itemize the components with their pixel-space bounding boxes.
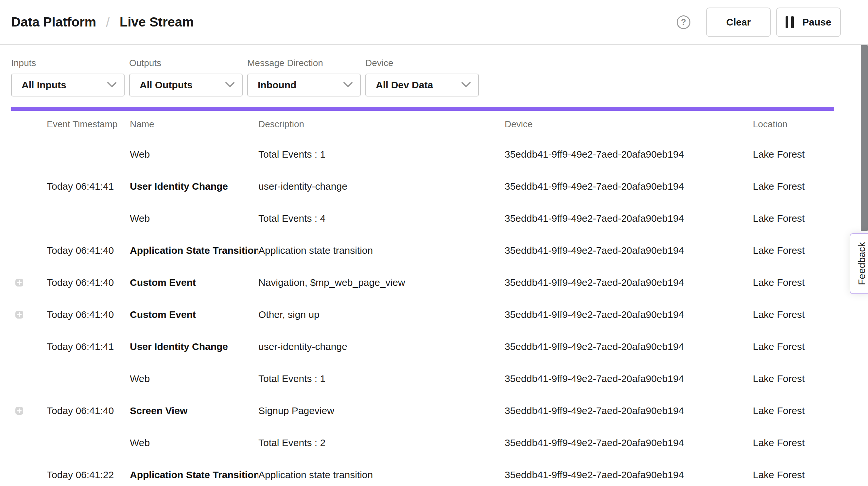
event-timestamp: Today 06:41:40 — [47, 277, 130, 288]
expand-button[interactable] — [16, 407, 23, 415]
expand-button[interactable] — [16, 311, 23, 318]
inputs-select-value: All Inputs — [22, 80, 66, 91]
event-device: 35eddb41-9ff9-49e2-7aed-20afa90eb194 — [505, 277, 753, 288]
event-timestamp: Today 06:41:40 — [47, 309, 130, 320]
event-location: Lake Forest — [753, 309, 841, 320]
header-actions: ? Clear Pause — [677, 7, 841, 37]
filter-inputs: Inputs All Inputs — [11, 58, 125, 96]
filter-label: Device — [365, 58, 479, 68]
table-header: Event Timestamp Name Description Device … — [12, 111, 841, 138]
feedback-tab[interactable]: Feedback — [850, 233, 868, 294]
pause-button[interactable]: Pause — [776, 7, 841, 37]
event-name: User Identity Change — [130, 341, 258, 352]
outputs-select-value: All Outputs — [140, 80, 193, 91]
event-timestamp: Today 06:41:22 — [47, 469, 130, 481]
table-row[interactable]: Today 06:41:41 User Identity Change user… — [12, 331, 841, 363]
event-name: Application State Transition — [130, 245, 258, 256]
event-timestamp: Today 06:41:41 — [47, 181, 130, 192]
filter-label: Inputs — [11, 58, 125, 68]
plus-icon — [16, 407, 23, 415]
chevron-down-icon — [343, 82, 353, 88]
app-header: Data Platform / Live Stream ? Clear Paus… — [0, 0, 868, 45]
event-device: 35eddb41-9ff9-49e2-7aed-20afa90eb194 — [505, 181, 753, 192]
event-location: Lake Forest — [753, 149, 841, 160]
event-description: Total Events : 2 — [258, 437, 505, 448]
breadcrumb-separator: / — [106, 14, 110, 30]
filter-device: Device All Dev Data — [365, 58, 479, 96]
event-description: user-identity-change — [258, 341, 505, 352]
column-name: Name — [130, 119, 258, 129]
event-description: Total Events : 4 — [258, 213, 505, 224]
event-description: Application state transition — [258, 245, 505, 256]
clear-button[interactable]: Clear — [706, 7, 771, 37]
event-device: 35eddb41-9ff9-49e2-7aed-20afa90eb194 — [505, 309, 753, 320]
help-glyph: ? — [681, 17, 686, 27]
event-device: 35eddb41-9ff9-49e2-7aed-20afa90eb194 — [505, 437, 753, 448]
clear-button-label: Clear — [726, 17, 751, 28]
event-timestamp: Today 06:41:41 — [47, 341, 130, 352]
accent-bar — [11, 107, 834, 111]
column-location: Location — [753, 119, 841, 129]
event-location: Lake Forest — [753, 437, 841, 448]
event-name: User Identity Change — [130, 181, 258, 192]
event-description: Signup Pageview — [258, 405, 505, 416]
event-name: Screen View — [130, 405, 258, 416]
event-location: Lake Forest — [753, 213, 841, 224]
event-name: Web — [130, 373, 258, 384]
table-row[interactable]: Today 06:41:40 Custom Event Other, sign … — [12, 299, 841, 331]
expand-button[interactable] — [16, 279, 23, 286]
filter-label: Outputs — [129, 58, 243, 68]
event-name: Custom Event — [130, 309, 258, 320]
event-device: 35eddb41-9ff9-49e2-7aed-20afa90eb194 — [505, 373, 753, 384]
chevron-down-icon — [107, 82, 117, 88]
column-device: Device — [505, 119, 753, 129]
device-select-value: All Dev Data — [376, 80, 433, 91]
message-direction-select-value: Inbound — [258, 80, 296, 91]
filter-bar: Inputs All Inputs Outputs All Outputs Me… — [0, 45, 868, 96]
plus-icon — [16, 311, 23, 318]
device-select[interactable]: All Dev Data — [365, 73, 479, 96]
breadcrumb-section[interactable]: Data Platform — [11, 15, 96, 29]
event-location: Lake Forest — [753, 181, 841, 192]
vertical-scrollbar-thumb[interactable] — [861, 45, 868, 231]
event-name: Web — [130, 149, 258, 160]
page-title: Live Stream — [120, 15, 194, 29]
inputs-select[interactable]: All Inputs — [11, 73, 125, 96]
table-row[interactable]: Today 06:41:41 User Identity Change user… — [12, 171, 841, 203]
event-name: Custom Event — [130, 277, 258, 288]
filter-message-direction: Message Direction Inbound — [247, 58, 361, 96]
event-description: Application state transition — [258, 469, 505, 481]
event-device: 35eddb41-9ff9-49e2-7aed-20afa90eb194 — [505, 245, 753, 256]
feedback-tab-label: Feedback — [854, 242, 867, 285]
column-event-timestamp: Event Timestamp — [47, 119, 130, 129]
outputs-select[interactable]: All Outputs — [129, 73, 243, 96]
event-description: Total Events : 1 — [258, 149, 505, 160]
event-location: Lake Forest — [753, 341, 841, 352]
table-row[interactable]: Web Total Events : 4 35eddb41-9ff9-49e2-… — [12, 203, 841, 235]
event-timestamp: Today 06:41:40 — [47, 245, 130, 256]
table-row[interactable]: Web Total Events : 1 35eddb41-9ff9-49e2-… — [12, 363, 841, 395]
table-row[interactable]: Web Total Events : 1 35eddb41-9ff9-49e2-… — [12, 138, 841, 171]
message-direction-select[interactable]: Inbound — [247, 73, 361, 96]
table-row[interactable]: Web Total Events : 2 35eddb41-9ff9-49e2-… — [12, 427, 841, 459]
event-location: Lake Forest — [753, 405, 841, 416]
breadcrumb: Data Platform / Live Stream — [11, 14, 194, 30]
event-device: 35eddb41-9ff9-49e2-7aed-20afa90eb194 — [505, 405, 753, 416]
table-row[interactable]: Today 06:41:40 Application State Transit… — [12, 235, 841, 267]
event-location: Lake Forest — [753, 277, 841, 288]
table-row[interactable]: Today 06:41:22 Application State Transit… — [12, 459, 841, 486]
column-description: Description — [258, 119, 505, 129]
event-name: Web — [130, 437, 258, 448]
event-location: Lake Forest — [753, 469, 841, 481]
plus-icon — [16, 279, 23, 286]
event-device: 35eddb41-9ff9-49e2-7aed-20afa90eb194 — [505, 213, 753, 224]
event-name: Application State Transition — [130, 469, 258, 481]
chevron-down-icon — [461, 82, 471, 88]
event-description: user-identity-change — [258, 181, 505, 192]
event-description: Navigation, $mp_web_page_view — [258, 277, 505, 288]
table-body: Web Total Events : 1 35eddb41-9ff9-49e2-… — [0, 138, 868, 486]
table-row[interactable]: Today 06:41:40 Screen View Signup Pagevi… — [12, 395, 841, 427]
table-row[interactable]: Today 06:41:40 Custom Event Navigation, … — [12, 267, 841, 299]
help-icon[interactable]: ? — [677, 16, 690, 29]
event-timestamp: Today 06:41:40 — [47, 405, 130, 416]
